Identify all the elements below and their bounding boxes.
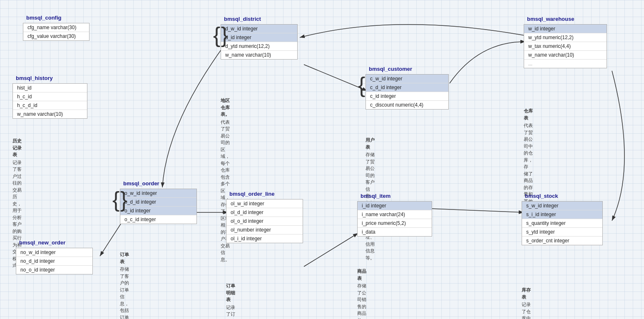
bmsql-oorder-title: bmsql_oorder (120, 179, 127, 188)
table-row: i_id integer (358, 202, 432, 210)
table-row: cfg_value varchar(30) (23, 32, 89, 40)
table-row: w_id integer (524, 25, 607, 33)
bmsql-order-line-table: ol_w_id integer ol_d_id integer ol_o_id … (226, 199, 303, 243)
bmsql-customer-title: bmsql_customer (366, 64, 372, 74)
bmsql-history-title: bmsql_history (12, 73, 19, 83)
table-row: ol_number integer (226, 226, 303, 234)
table-row: o_d_id integer (120, 198, 196, 207)
table-row: d_id integer (221, 33, 297, 42)
bmsql-history-table: hist_id h_c_id h_c_d_id w_name varchar(1… (12, 83, 87, 119)
table-row: w_ytd numeric(12,2) (524, 33, 607, 42)
table-row: w_name varchar(10) (524, 51, 607, 60)
table-row: ol_i_id integer (226, 234, 303, 243)
table-row: w_tax numeric(4,4) (524, 42, 607, 51)
bmsql-oorder-desc: 订单表 存储了客户的订单信息，包括订单号、日期、总金额等。 (120, 251, 129, 319)
bmsql-warehouse-title: bmsql_warehouse (524, 14, 530, 24)
bmsql-stock-desc: 库存表 记录了仓库中每种商品的库存信息，包括库存数量、以来再二十串！ (522, 287, 531, 319)
table-row: i_data (358, 228, 432, 236)
table-row: s_order_cnt integer (522, 237, 602, 245)
table-row: o_c_id integer (120, 215, 196, 224)
table-row: o_w_id integer (120, 189, 196, 198)
table-row: s_w_id integer (522, 202, 602, 210)
bmsql-district-table: d_w_id integer d_id integer d_ytd numeri… (221, 24, 298, 60)
table-row: cfg_name varchar(30) (23, 23, 89, 32)
table-row: no_o_id integer (16, 266, 92, 274)
table-row: c_discount numeric(4,4) (366, 101, 448, 109)
table-row: ... (524, 60, 607, 68)
table-row: d_ytd numeric(12,2) (221, 42, 297, 51)
bmsql-oorder-table: o_w_id integer o_d_id integer o_id integ… (120, 189, 197, 224)
table-row: no_d_id integer (16, 257, 92, 266)
bmsql-item-table: i_id integer i_name varchar(24) i_price … (357, 201, 432, 237)
table-row: i_name varchar(24) (358, 210, 432, 219)
table-row: hist_id (13, 84, 87, 92)
bmsql-district-title: bmsql_district (221, 14, 227, 24)
bmsql-new-order-title: bmsql_new_order (16, 238, 22, 247)
bmsql-item-desc: 商品表 存储了公司销售的商品信息，包括商品编号、描述、价格等。 (357, 268, 366, 319)
table-row: w_name varchar(10) (221, 51, 297, 59)
table-row: ol_d_id integer (226, 208, 303, 217)
table-row: d_w_id integer (221, 25, 297, 33)
table-row: ol_w_id integer (226, 199, 303, 208)
bmsql-order-line-desc: 订单明细表 记录了订单中每个商品的明细信息，包括商品编号、数量、价格等。 (226, 282, 235, 319)
table-row: h_c_d_id (13, 101, 87, 110)
table-row: no_w_id integer (16, 248, 92, 257)
table-row: s_quantity integer (522, 219, 602, 228)
bmsql-stock-title: bmsql_stock (522, 191, 528, 201)
bmsql-order-line-title: bmsql_order_line (226, 189, 233, 199)
bmsql-stock-table: s_w_id integer s_i_id integer s_quantity… (522, 201, 603, 245)
table-row: ol_o_id integer (226, 217, 303, 226)
table-row: s_ytd integer (522, 228, 602, 237)
table-row: c_d_id integer (366, 83, 448, 92)
bmsql-config-table: cfg_name varchar(30) cfg_value varchar(3… (23, 23, 90, 41)
table-row: c_id integer (366, 92, 448, 101)
table-row: i_price numeric(5,2) (358, 219, 432, 228)
table-row: w_name varchar(10) (13, 110, 87, 118)
table-row: o_id integer (120, 207, 196, 215)
bmsql-customer-table: c_w_id integer c_d_id integer c_id integ… (366, 74, 449, 110)
table-row: s_i_id integer (522, 210, 602, 219)
table-row: c_w_id integer (366, 75, 448, 83)
bmsql-warehouse-table: w_id integer w_ytd numeric(12,2) w_tax n… (524, 24, 607, 68)
bmsql-config-title: bmsql_config (23, 13, 30, 22)
table-row: h_c_id (13, 92, 87, 101)
bmsql-new-order-table: no_w_id integer no_d_id integer no_o_id … (16, 248, 93, 274)
bmsql-item-title: bmsql_item (357, 191, 364, 201)
